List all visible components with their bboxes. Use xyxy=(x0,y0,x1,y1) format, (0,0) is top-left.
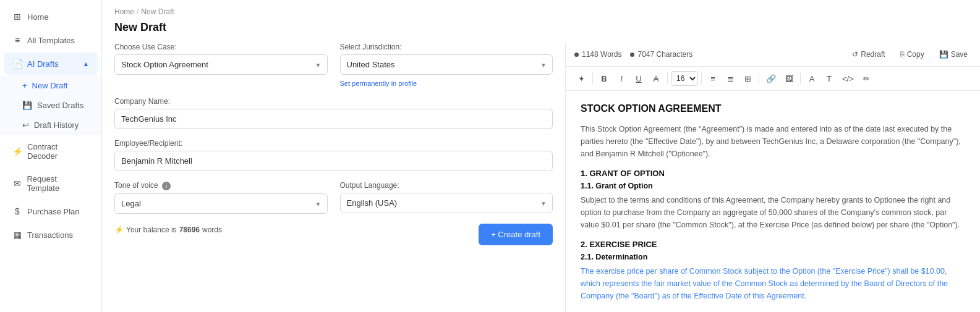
doc-section2-1-heading: 2.1. Determination xyxy=(581,253,965,261)
output-lang-label: Output Language: xyxy=(340,181,553,190)
jurisdiction-select[interactable]: United States xyxy=(340,54,553,75)
doc-intro-para: This Stock Option Agreement (the "Agreem… xyxy=(581,123,965,160)
employee-label: Employee/Recipient: xyxy=(114,139,553,148)
chevron-up-icon: ▲ xyxy=(83,61,89,67)
rte-bold-btn[interactable]: B xyxy=(596,70,612,86)
doc-section2-heading: 2. EXERCISE PRICE xyxy=(581,240,965,249)
form-panel: Choose Use Case: Stock Option Agreement … xyxy=(102,43,566,312)
tone-label: Tone of voice i xyxy=(114,181,328,190)
content-area: Choose Use Case: Stock Option Agreement … xyxy=(102,43,980,312)
doc-section2-1-para: The exercise price per share of Common S… xyxy=(581,265,965,302)
bolt-icon: ⚡ xyxy=(12,146,22,156)
ai-drafts-submenu: + New Draft 💾 Saved Drafts ↩ Draft Histo… xyxy=(0,75,101,135)
chars-dot xyxy=(630,53,634,57)
words-dot xyxy=(574,53,579,57)
use-case-jurisdiction-row: Choose Use Case: Stock Option Agreement … xyxy=(114,43,553,87)
word-stats: 1148 Words 7047 Characters xyxy=(574,50,692,59)
jurisdiction-group: Select Jurisdiction: United States ▼ Set… xyxy=(340,43,553,87)
use-case-select[interactable]: Stock Option Agreement xyxy=(114,54,328,75)
redraft-button[interactable]: ↺ Redraft xyxy=(848,48,888,61)
save-icon: 💾 xyxy=(939,50,948,59)
jurisdiction-note[interactable]: Set permanently in profile xyxy=(340,80,553,87)
info-icon: i xyxy=(162,182,171,190)
output-lang-select[interactable]: English (USA) xyxy=(340,193,553,213)
sidebar-item-home[interactable]: ⊞ Home xyxy=(4,6,98,28)
balance-note: ⚡ Your balance is 78696 words xyxy=(114,226,222,234)
doc-section1-1-heading: 1.1. Grant of Option xyxy=(581,182,965,190)
rte-toolbar: ✦ B I U A 16 ≡ ≣ ⊞ 🔗 🖼 A T </ xyxy=(566,67,980,91)
jurisdiction-label: Select Jurisdiction: xyxy=(340,43,553,51)
toolbar-separator-3 xyxy=(701,73,702,84)
sidebar-item-ai-drafts[interactable]: 📄 AI Drafts ▲ xyxy=(4,53,98,75)
document-title: STOCK OPTION AGREEMENT xyxy=(581,103,965,114)
rte-ai-btn[interactable]: ✦ xyxy=(573,70,589,86)
new-draft-icon: + xyxy=(22,81,27,90)
rte-italic-btn[interactable]: I xyxy=(613,70,629,86)
document-content: STOCK OPTION AGREEMENT This Stock Option… xyxy=(566,91,980,312)
word-count-stat: 1148 Words xyxy=(574,50,621,59)
sidebar-subitem-draft-history[interactable]: ↩ Draft History xyxy=(4,116,98,135)
char-count-stat: 7047 Characters xyxy=(630,50,692,59)
page-title: New Draft xyxy=(114,21,968,34)
rte-pen-btn[interactable]: ✏ xyxy=(859,70,875,86)
rte-ordered-list-btn[interactable]: ≣ xyxy=(722,70,738,86)
sidebar: ⊞ Home ≡ All Templates 📄 AI Drafts ▲ + N… xyxy=(0,0,102,312)
char-count: 7047 Characters xyxy=(637,50,692,59)
bottom-row: ⚡ Your balance is 78696 words + Create d… xyxy=(114,224,553,245)
preview-panel: 1148 Words 7047 Characters ↺ Redraft ⎘ C… xyxy=(566,43,980,312)
use-case-group: Choose Use Case: Stock Option Agreement … xyxy=(114,43,328,87)
save-button[interactable]: 💾 Save xyxy=(935,48,971,61)
company-name-input[interactable] xyxy=(114,109,553,129)
preview-actions: ↺ Redraft ⎘ Copy 💾 Save xyxy=(848,48,971,61)
sidebar-item-contract-decoder[interactable]: ⚡ Contract Decoder xyxy=(4,136,98,167)
rte-align-btn[interactable]: ⊞ xyxy=(739,70,756,86)
copy-button[interactable]: ⎘ Copy xyxy=(897,48,928,61)
rte-bullet-list-btn[interactable]: ≡ xyxy=(705,70,721,86)
employee-input[interactable] xyxy=(114,151,553,171)
rte-code-btn[interactable]: </> xyxy=(838,70,858,86)
jurisdiction-select-wrap: United States ▼ xyxy=(340,54,553,75)
toolbar-separator-4 xyxy=(759,73,759,84)
tone-language-row: Tone of voice i Legal ▼ Output Language: xyxy=(114,181,553,214)
rte-underline-btn[interactable]: U xyxy=(631,70,647,86)
sidebar-item-transactions[interactable]: ▦ Transactions xyxy=(4,224,98,246)
rte-font-size-select[interactable]: 16 xyxy=(671,71,698,86)
toolbar-separator-2 xyxy=(667,73,668,84)
sidebar-item-purchase-plan[interactable]: $ Purchase Plan xyxy=(4,200,98,222)
use-case-select-wrap: Stock Option Agreement ▼ xyxy=(114,54,328,75)
create-draft-button[interactable]: + Create draft xyxy=(479,224,553,245)
mail-icon: ✉ xyxy=(12,179,22,188)
draft-history-icon: ↩ xyxy=(22,120,29,130)
tone-select-wrap: Legal ▼ xyxy=(114,193,328,214)
tone-select[interactable]: Legal xyxy=(114,193,328,214)
doc-section1-1-para: Subject to the terms and conditions of t… xyxy=(581,194,965,231)
rte-color-btn[interactable]: A xyxy=(804,70,820,86)
sidebar-item-all-templates[interactable]: ≡ All Templates xyxy=(4,29,98,51)
rte-strikethrough-btn[interactable]: A xyxy=(648,70,664,86)
breadcrumb: Home / New Draft xyxy=(114,7,968,16)
sidebar-subitem-saved-drafts[interactable]: 💾 Saved Drafts xyxy=(4,96,98,115)
rte-link-btn[interactable]: 🔗 xyxy=(762,70,780,86)
employee-group: Employee/Recipient: xyxy=(114,139,553,171)
breadcrumb-current: New Draft xyxy=(141,7,174,16)
output-lang-select-wrap: English (USA) ▼ xyxy=(340,193,553,213)
word-count: 1148 Words xyxy=(582,50,621,59)
sidebar-subitem-new-draft[interactable]: + New Draft xyxy=(4,76,98,95)
top-area: Home / New Draft New Draft xyxy=(102,0,980,43)
sidebar-item-request-template[interactable]: ✉ Request Template xyxy=(4,168,98,199)
dollar-icon: $ xyxy=(12,206,22,216)
rte-typography-btn[interactable]: T xyxy=(821,70,837,86)
toolbar-separator-1 xyxy=(592,73,593,84)
toolbar-separator-5 xyxy=(800,73,801,84)
preview-top-toolbar: 1148 Words 7047 Characters ↺ Redraft ⎘ C… xyxy=(566,43,980,67)
rte-image-btn[interactable]: 🖼 xyxy=(781,70,797,86)
list-icon: ≡ xyxy=(12,35,22,45)
company-name-group: Company Name: xyxy=(114,97,553,129)
use-case-label: Choose Use Case: xyxy=(114,43,328,51)
company-name-label: Company Name: xyxy=(114,97,553,106)
copy-icon: ⎘ xyxy=(900,50,905,59)
breadcrumb-separator: / xyxy=(137,7,138,16)
breadcrumb-home[interactable]: Home xyxy=(114,7,134,16)
main-area: Home / New Draft New Draft Choose Use Ca… xyxy=(102,0,980,312)
tone-group: Tone of voice i Legal ▼ xyxy=(114,181,328,214)
